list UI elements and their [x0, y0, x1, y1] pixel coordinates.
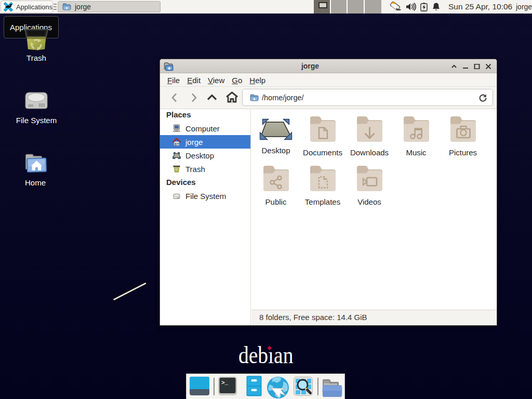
- svg-text:>_: >_: [221, 380, 229, 386]
